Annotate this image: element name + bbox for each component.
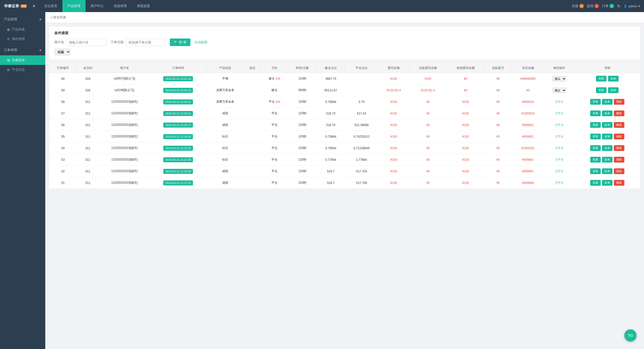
float-button[interactable]: Yo	[624, 329, 636, 341]
withdraw-badge[interactable]: 提现 0	[587, 4, 599, 8]
order-badge[interactable]: 订单 1	[602, 4, 614, 8]
menu-toggle-icon[interactable]: ≡	[33, 4, 35, 8]
product-type-select[interactable]: 稳赢	[54, 49, 70, 55]
filter-row: 稳赢	[54, 46, 635, 55]
cell-product: 钻石	[207, 154, 244, 166]
date-badge: 2024-06-09 19:41:18	[163, 76, 193, 81]
auto-refresh-link[interactable]: 自动刷新	[194, 40, 208, 45]
username-input[interactable]	[66, 39, 106, 46]
orders-table: 订单编号 会员ID 用户名 订单时间 产品信息 状态 方向 时间/点数 建仓点位…	[49, 63, 640, 189]
sidebar-item-trade-flow[interactable]: ▤ 交易流水	[0, 55, 45, 65]
sidebar-item-risk-management[interactable]: ⚙ 风控管理	[0, 34, 45, 44]
sidebar-item-product-list[interactable]: ▦ 产品列表	[0, 25, 45, 34]
cell-order-id: 57	[49, 108, 76, 119]
recharge-badge[interactable]: 充值 0	[572, 4, 584, 8]
date-input[interactable]	[126, 39, 166, 46]
sidebar-item-close-log[interactable]: ▤ 平仓日志	[0, 65, 45, 74]
cell-username: 12333333333[城市]	[99, 119, 150, 131]
delete-button[interactable]: 删除	[614, 157, 624, 163]
cell-member-id: 311	[76, 96, 99, 108]
cell-close-price: 517.703	[345, 166, 378, 177]
cell-direction: 平仓 买跌	[261, 96, 288, 108]
th-username: 用户名	[99, 63, 150, 73]
cell-username: 12333333333[城市]	[99, 154, 150, 166]
search-button[interactable]: 🔍 搜 索	[170, 38, 190, 46]
view-button[interactable]: 查看	[596, 76, 607, 82]
delete-button[interactable]: 删除	[614, 180, 624, 186]
cell-status	[244, 73, 261, 85]
cell-detail: 查看 改单	[575, 73, 640, 85]
sidebar-group-product-title[interactable]: 产品管理 ▾	[0, 14, 45, 25]
view-button[interactable]: 查看	[590, 99, 601, 105]
view-button[interactable]: 查看	[590, 134, 601, 139]
user-info[interactable]: 👤 admin ▾	[623, 4, 640, 8]
nav-item-user[interactable]: 用户中心	[86, 0, 109, 12]
edit-button[interactable]: 改单	[602, 180, 613, 186]
cell-control: 已平仓	[544, 177, 575, 189]
delete-button[interactable]: 删除	[614, 134, 624, 139]
delete-button[interactable]: 删除	[614, 99, 624, 105]
cell-order-time: 2024-03-21 21:25:17	[150, 119, 207, 131]
withdraw-label: 提现	[587, 4, 593, 8]
cell-status	[244, 131, 261, 142]
delete-button[interactable]: 删除	[614, 168, 624, 174]
cell-profit-loss: ¥0	[485, 73, 512, 85]
username-field: 用户名	[54, 39, 106, 46]
cell-control: 已平仓	[544, 154, 575, 166]
cell-profit-loss: ¥0	[485, 85, 512, 96]
delete-button[interactable]: 删除	[614, 145, 624, 151]
cell-valid-commission: ¥100	[447, 119, 485, 131]
cell-status	[244, 166, 261, 177]
cell-valid-commission: ¥100	[447, 131, 485, 142]
order-control-select[interactable]: 默认	[552, 76, 566, 82]
view-button[interactable]: 查看	[590, 122, 601, 128]
order-control-select[interactable]: 默认	[552, 88, 566, 93]
cell-balance-after: ¥1000016	[512, 108, 544, 119]
cell-status	[244, 119, 261, 131]
breadcrumb-text: » 持仓列表	[50, 15, 66, 19]
edit-button[interactable]: 改单	[602, 145, 613, 151]
edit-button[interactable]: 改单	[602, 157, 613, 163]
nav-item-product[interactable]: 产品管理	[62, 0, 86, 12]
cell-order-time: 2024-06-09 19:41:18	[150, 73, 207, 85]
view-button[interactable]: 查看	[590, 110, 601, 116]
cell-commission: ¥100	[378, 96, 409, 108]
cell-invalid-commission: ¥0	[409, 177, 447, 189]
cell-open-price: 65111.67	[317, 85, 345, 96]
edit-button[interactable]: 改单	[602, 99, 613, 105]
edit-button[interactable]: 改单	[602, 110, 613, 116]
sidebar-group-order-title[interactable]: 订单管理 ▾	[0, 45, 45, 55]
search-btn-label: 搜 索	[179, 40, 186, 45]
cell-time-points: 120秒	[288, 154, 317, 166]
cell-member-id: 311	[76, 142, 99, 154]
edit-button[interactable]: 改单	[608, 87, 619, 93]
view-button[interactable]: 查看	[596, 87, 607, 93]
cell-username: 12333333333[城市]	[99, 108, 150, 119]
table-row: 51 311 12333333333[城市] 2024-03-21 21:17:…	[49, 177, 640, 189]
user-icon: 👤	[623, 4, 627, 8]
nav-item-info[interactable]: 信息管理	[109, 0, 132, 12]
edit-button[interactable]: 改单	[602, 134, 613, 139]
delete-button[interactable]: 删除	[614, 122, 624, 128]
cell-product: 钻石	[207, 142, 244, 154]
view-button[interactable]: 查看	[590, 180, 601, 186]
refresh-icon[interactable]: ↻	[617, 4, 620, 9]
edit-button[interactable]: 改单	[602, 168, 613, 174]
nav-item-home[interactable]: 后台首页	[39, 0, 62, 12]
cell-order-time: 2024-03-21 21:21:08	[150, 154, 207, 166]
date-badge: 2024-03-21 21:24:56	[163, 134, 193, 139]
th-detail: 详情	[575, 63, 640, 73]
delete-button[interactable]: 删除	[614, 110, 624, 116]
view-button[interactable]: 查看	[590, 145, 601, 151]
cell-order-id: 51	[49, 177, 76, 189]
th-order-time: 订单时间	[150, 63, 207, 73]
username-label: 用户名	[54, 40, 64, 45]
nav-item-settings[interactable]: 系统设置	[132, 0, 155, 12]
table-row: 53 311 12333333333[城市] 2024-03-21 21:21:…	[49, 154, 640, 166]
edit-button[interactable]: 改单	[602, 122, 613, 128]
view-button[interactable]: 查看	[590, 157, 601, 163]
search-title: 条件搜索	[54, 31, 635, 35]
edit-button[interactable]: 改单	[608, 76, 619, 82]
view-button[interactable]: 查看	[590, 168, 601, 174]
cell-member-id: 311	[76, 177, 99, 189]
